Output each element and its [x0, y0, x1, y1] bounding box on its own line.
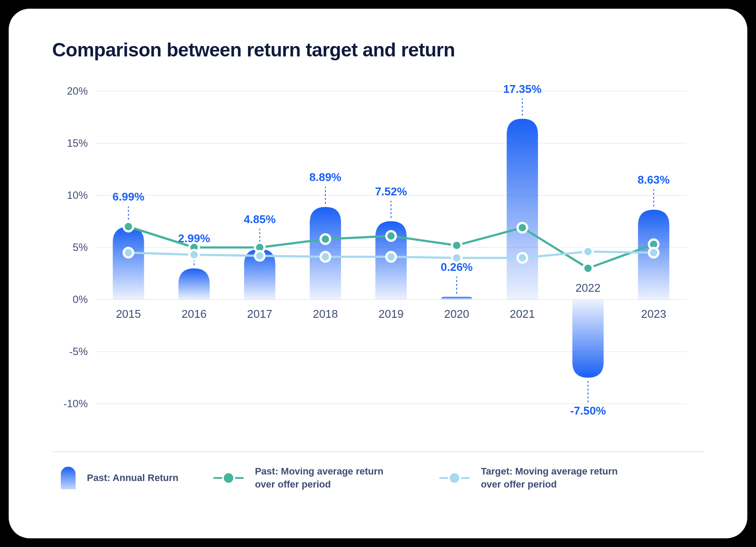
legend: Past: Annual Return Past: Moving average… — [52, 465, 704, 491]
chart-svg: -10%-5%0%5%10%15%20% 6.99%2.99%4.85%8.89… — [52, 78, 704, 434]
x-tick-label: 2018 — [313, 307, 338, 320]
legend-item-moving-avg-target: Target: Moving average return over offer… — [439, 465, 630, 491]
line-point — [386, 231, 396, 241]
x-tick-label: 2015 — [116, 307, 141, 320]
legend-separator — [52, 451, 704, 452]
x-tick-label: 2021 — [510, 307, 535, 320]
bar-value-label: 8.89% — [309, 171, 342, 184]
x-tick-label: 2023 — [641, 307, 666, 320]
y-tick-label: 5% — [73, 241, 88, 253]
x-tick-label: 2016 — [182, 307, 207, 320]
chart-plot: -10%-5%0%5%10%15%20% 6.99%2.99%4.85%8.89… — [52, 78, 704, 434]
line-point — [321, 252, 330, 262]
line-swatch-green-icon — [213, 473, 244, 483]
bar-value-label: 6.99% — [113, 190, 145, 203]
y-tick-label: 15% — [67, 137, 88, 149]
line-point — [321, 234, 330, 244]
line-swatch-cyan-icon — [439, 473, 470, 483]
line-point — [583, 247, 593, 257]
bar — [179, 268, 210, 300]
legend-label-moving-avg-target: Target: Moving average return over offer… — [481, 465, 630, 491]
chart-card: Comparison between return target and ret… — [9, 9, 747, 538]
bar-swatch-icon — [61, 467, 76, 489]
y-tick-label: 20% — [67, 85, 88, 97]
x-tick-label: 2017 — [247, 307, 272, 320]
y-tick-label: 10% — [67, 189, 88, 201]
line-point — [583, 264, 593, 273]
legend-item-moving-avg-past: Past: Moving average return over offer p… — [213, 465, 405, 491]
legend-label-bar: Past: Annual Return — [87, 471, 179, 484]
line-point — [124, 248, 133, 257]
x-tick-label: 2022 — [575, 281, 600, 294]
line-point — [452, 241, 461, 250]
line-point — [124, 222, 133, 231]
line-point — [386, 252, 396, 262]
line-point — [517, 223, 527, 232]
bar — [572, 300, 603, 378]
line-point — [255, 251, 265, 260]
bar — [113, 227, 144, 300]
bar — [441, 297, 472, 300]
chart-title: Comparison between return target and ret… — [52, 39, 704, 61]
line-point — [517, 253, 527, 263]
x-tick-label: 2020 — [444, 307, 469, 320]
legend-label-moving-avg-past: Past: Moving average return over offer p… — [255, 465, 405, 491]
bar-value-label: 17.35% — [503, 82, 541, 96]
y-tick-label: -5% — [69, 346, 88, 357]
line-point — [189, 250, 199, 260]
bar — [507, 119, 538, 300]
bar-value-label: -7.50% — [570, 404, 606, 417]
bar-value-label: 7.52% — [375, 185, 407, 198]
bar-value-label: 8.63% — [638, 173, 670, 186]
bar-value-label: 4.85% — [244, 213, 276, 226]
line-point — [649, 248, 658, 257]
y-tick-label: 0% — [73, 293, 88, 305]
line-point — [452, 253, 461, 263]
y-tick-label: -10% — [63, 398, 88, 409]
x-tick-label: 2019 — [378, 307, 404, 320]
legend-item-bar: Past: Annual Return — [61, 467, 179, 489]
